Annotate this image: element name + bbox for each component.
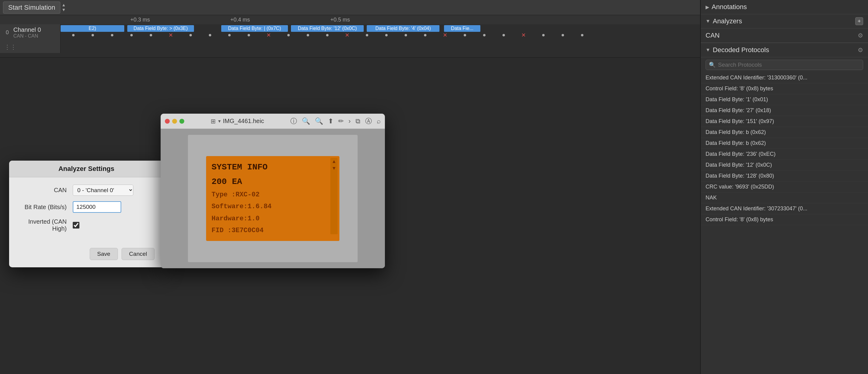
signal-dot — [130, 34, 133, 36]
expand-analyzers-icon[interactable]: ▼ — [706, 19, 710, 24]
second-signal-strip — [61, 41, 700, 53]
channel-name: Channel 0 — [13, 26, 60, 33]
signal-dot — [562, 34, 564, 36]
toolbar-scroll-arrows: ▲ ▼ — [62, 3, 66, 12]
channel-sub: CAN - CAN — [13, 33, 60, 39]
maximize-button[interactable] — [179, 119, 184, 124]
data-field-label-1: Data Field Byte: > (0x3E) — [127, 25, 194, 32]
protocol-item[interactable]: Extended CAN Identifier: '313000360' (0.… — [701, 72, 868, 83]
decoded-protocols-settings-icon[interactable]: ⚙ — [858, 46, 863, 54]
layout-icon[interactable]: ⊞ — [211, 118, 216, 125]
analyzer-settings-dialog: Analyzer Settings CAN 0 - 'Channel 0' Bi… — [9, 161, 164, 267]
annotations-title: ▶ Annotations — [706, 3, 747, 11]
data-field-label-0: E2) — [61, 25, 124, 32]
start-simulation-button[interactable]: Start Simulation — [3, 1, 60, 13]
dialog-body: CAN 0 - 'Channel 0' Bit Rate (Bits/s) In… — [9, 177, 164, 245]
bitrate-input[interactable] — [73, 201, 121, 213]
traffic-lights — [165, 119, 184, 124]
copy-icon[interactable]: ⧉ — [355, 117, 360, 125]
viewer-title-area: ⊞ ▾ IMG_4461.heic — [187, 118, 287, 125]
lcd-line-5: Hardware:1.0 — [212, 215, 334, 223]
analyzer-settings-icon[interactable]: ⚙ — [858, 32, 863, 39]
signal-x: ✕ — [168, 32, 173, 38]
viewer-titlebar: ⊞ ▾ IMG_4461.heic ⓘ 🔍 🔍 ⬆ ✏ › ⧉ Ⓐ ⌕ — [161, 114, 385, 129]
protocol-item[interactable]: Data Field Byte: '1' (0x01) — [701, 94, 868, 105]
signal-dot — [209, 34, 211, 36]
dialog-title: Analyzer Settings — [59, 165, 115, 173]
protocol-item[interactable]: Data Field Byte: b (0x62) — [701, 127, 868, 138]
protocol-item[interactable]: Data Field Byte: '128' (0x80) — [701, 170, 868, 182]
expand-decoded-icon[interactable]: ▼ — [706, 47, 710, 53]
scroll-up-icon: ▲ — [333, 159, 336, 164]
protocol-item[interactable]: Data Field Byte: b (0x62) — [701, 138, 868, 149]
expand-annotations-icon[interactable]: ▶ — [706, 4, 709, 10]
chevron-down-icon[interactable]: ▾ — [218, 118, 221, 124]
protocol-item[interactable]: Control Field: '8' (0x8) bytes — [701, 83, 868, 94]
scroll-up-icon[interactable]: ▲ — [62, 3, 66, 7]
cancel-button[interactable]: Cancel — [122, 248, 155, 260]
signal-x: ✕ — [443, 32, 447, 38]
analyzers-section-header: ▼ Analyzers + — [701, 14, 868, 29]
scroll-down-icon[interactable]: ▼ — [62, 7, 66, 12]
decoded-protocols-section: ▼ Decoded Protocols ⚙ 🔍 Extended CAN Ide… — [701, 43, 868, 374]
channel-number: 0 — [3, 29, 11, 36]
edit-icon[interactable]: ✏ — [338, 117, 344, 125]
protocol-item[interactable]: Data Field Byte: '236' (0xEC) — [701, 149, 868, 160]
search-icon: 🔍 — [709, 62, 716, 68]
protocol-item[interactable]: Data Field Byte: '151' (0x97) — [701, 116, 868, 127]
analyzer-name: CAN — [706, 32, 719, 39]
signal-dot — [150, 34, 152, 36]
protocol-item[interactable]: Data Field Byte: '12' (0x0C) — [701, 160, 868, 170]
can-select[interactable]: 0 - 'Channel 0' — [73, 185, 133, 196]
timeline-ruler: +0.3 ms +0.4 ms +0.5 ms — [0, 15, 700, 24]
search-protocols-input[interactable] — [718, 62, 860, 68]
time-marker-05: +0.5 ms — [330, 17, 350, 23]
can-field: CAN 0 - 'Channel 0' — [18, 185, 155, 196]
signal-dot — [248, 34, 250, 36]
markup-icon[interactable]: Ⓐ — [365, 117, 372, 126]
signal-dot — [72, 34, 74, 36]
signal-dot — [92, 34, 94, 36]
signal-dot — [228, 34, 230, 36]
protocol-item[interactable]: Control Field: '8' (0x8) bytes — [701, 214, 868, 225]
annotations-section-header: ▶ Annotations — [701, 0, 868, 14]
lcd-line-2: 200 EA — [212, 177, 334, 187]
zoom-out-icon[interactable]: 🔍 — [302, 117, 310, 125]
toolbar: Start Simulation ▲ ▼ — [0, 0, 700, 15]
signal-dot — [581, 34, 583, 36]
right-panel: ▶ Annotations ▼ Analyzers + CAN ⚙ ▼ Deco… — [700, 0, 868, 374]
lcd-display: SYSTEM INFO 200 EA Type :RXC-02 Software… — [212, 160, 334, 237]
can-label: CAN — [18, 187, 73, 194]
decoded-protocols-header: ▼ Decoded Protocols ⚙ — [701, 43, 868, 57]
minimize-button[interactable] — [172, 119, 177, 124]
protocol-item[interactable]: Data Field Byte: '27' (0x18) — [701, 105, 868, 116]
lcd-line-3: Type :RXC-02 — [212, 191, 334, 199]
inverted-field: Inverted (CAN High) — [18, 218, 155, 232]
info-icon[interactable]: ⓘ — [290, 117, 297, 126]
inverted-label: Inverted (CAN High) — [18, 218, 73, 232]
chevron-right-icon[interactable]: › — [348, 117, 351, 125]
zoom-in-icon[interactable]: 🔍 — [315, 117, 323, 125]
close-button[interactable] — [165, 119, 170, 124]
scroll-down-icon: ▼ — [333, 166, 336, 171]
left-panel: Start Simulation ▲ ▼ +0.3 ms +0.4 ms +0.… — [0, 0, 700, 374]
signal-x: ✕ — [521, 32, 526, 38]
signal-dot — [189, 34, 192, 36]
lcd-line-4: Software:1.6.84 — [212, 202, 334, 211]
viewer-filename: IMG_4461.heic — [223, 118, 264, 125]
protocol-item[interactable]: Extended CAN Identifier: '307233047' (0.… — [701, 204, 868, 214]
search-icon[interactable]: ⌕ — [377, 117, 381, 125]
add-analyzer-button[interactable]: + — [855, 17, 863, 25]
protocol-list: Extended CAN Identifier: '313000360' (0.… — [701, 72, 868, 374]
protocol-item[interactable]: NAK — [701, 192, 868, 204]
bitrate-field: Bit Rate (Bits/s) — [18, 201, 155, 213]
inverted-checkbox[interactable] — [73, 222, 80, 228]
can-analyzer-row: CAN ⚙ — [701, 29, 868, 43]
save-button[interactable]: Save — [90, 248, 118, 260]
protocol-item[interactable]: CRC value: '9693' (0x25DD) — [701, 182, 868, 192]
channel-row: 0 Channel 0 CAN - CAN ⚙ ＋ E2) Data Field… — [0, 24, 700, 41]
signal-dot — [424, 34, 427, 36]
timeline-area: +0.3 ms +0.4 ms +0.5 ms 0 Channel 0 CAN … — [0, 15, 700, 58]
share-icon[interactable]: ⬆ — [328, 117, 333, 125]
signal-x: ✕ — [345, 32, 349, 38]
